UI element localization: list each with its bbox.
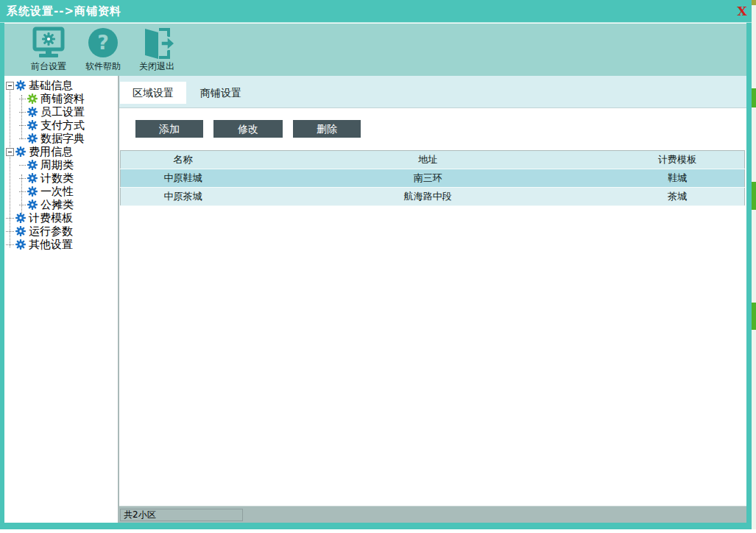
status-bar: 共2小区 bbox=[119, 506, 746, 523]
column-header-template[interactable]: 计费模板 bbox=[610, 151, 744, 169]
sidebar-item-run-parameters[interactable]: 运行参数 bbox=[4, 225, 118, 238]
cell-address: 航海路中段 bbox=[245, 188, 610, 206]
gear-icon-selected bbox=[27, 93, 38, 104]
close-button[interactable]: X bbox=[734, 3, 750, 19]
gear-icon bbox=[15, 80, 26, 91]
modify-button[interactable]: 修改 bbox=[213, 120, 283, 138]
sidebar-item-fee-info[interactable]: 费用信息 bbox=[4, 145, 118, 158]
exit-door-icon bbox=[140, 27, 174, 60]
cell-name: 中原茶城 bbox=[121, 188, 246, 206]
table-row-selected[interactable]: 中原鞋城 南三环 鞋城 bbox=[121, 169, 745, 188]
region-table: 名称 地址 计费模板 中原鞋城 南三环 鞋城 中原茶城 航海路中段 茶城 bbox=[120, 150, 745, 206]
monitor-gear-icon bbox=[32, 27, 66, 60]
software-help-button[interactable]: ? 软件帮助 bbox=[78, 27, 128, 74]
edge-fragment bbox=[752, 0, 756, 5]
toolbar-button-label: 关闭退出 bbox=[132, 60, 182, 73]
gear-icon bbox=[27, 160, 38, 170]
delete-button[interactable]: 删除 bbox=[293, 120, 361, 138]
sidebar-item-other-settings[interactable]: 其他设置 bbox=[4, 238, 118, 251]
svg-text:?: ? bbox=[97, 31, 109, 54]
sidebar-item-label: 其他设置 bbox=[29, 238, 73, 252]
gear-icon bbox=[15, 147, 26, 157]
sidebar-item-period-type[interactable]: 周期类 bbox=[4, 158, 118, 172]
sidebar-item-shop-info[interactable]: 商铺资料 bbox=[4, 92, 118, 105]
window-border-bottom bbox=[0, 523, 752, 529]
sidebar-item-one-time[interactable]: 一次性 bbox=[4, 185, 118, 198]
frontdesk-settings-button[interactable]: 前台设置 bbox=[24, 27, 74, 74]
tree-connector bbox=[19, 178, 26, 179]
collapse-toggle-icon[interactable] bbox=[6, 148, 14, 156]
sidebar-item-label: 支付方式 bbox=[40, 119, 85, 133]
gear-icon bbox=[27, 120, 38, 130]
table-row[interactable]: 中原茶城 航海路中段 茶城 bbox=[121, 188, 745, 206]
sidebar-item-label: 周期类 bbox=[40, 158, 74, 172]
cell-template: 茶城 bbox=[610, 188, 744, 206]
main-content: 区域设置 商铺设置 添加 修改 删除 名称 地址 计费模板 中原鞋城 南三环 鞋… bbox=[119, 76, 746, 523]
column-header-address[interactable]: 地址 bbox=[245, 151, 610, 169]
window-title: 系统设置-->商铺资料 bbox=[7, 0, 121, 22]
sidebar-item-count-type[interactable]: 计数类 bbox=[4, 172, 118, 185]
title-bar: 系统设置-->商铺资料 bbox=[0, 0, 752, 23]
gear-icon bbox=[27, 200, 38, 210]
tree-connector bbox=[19, 112, 26, 113]
gear-icon bbox=[15, 239, 26, 250]
toolbar-button-label: 前台设置 bbox=[24, 60, 74, 73]
gear-icon bbox=[27, 186, 38, 197]
sidebar-item-basic-info[interactable]: 基础信息 bbox=[4, 79, 118, 92]
desktop-edge-strip bbox=[752, 0, 756, 529]
tree-connector bbox=[19, 125, 26, 126]
window-border-right bbox=[746, 23, 752, 529]
sidebar-item-label: 数据字典 bbox=[40, 132, 85, 146]
sidebar-item-label: 员工设置 bbox=[40, 105, 85, 119]
sidebar-item-data-dictionary[interactable]: 数据字典 bbox=[4, 132, 118, 145]
sidebar-tree: 基础信息 商铺资料 员工设置 支付方式 数据字典 费用信息 bbox=[4, 76, 118, 523]
status-count: 共2小区 bbox=[120, 509, 243, 521]
edge-fragment bbox=[752, 88, 756, 107]
gear-icon bbox=[15, 226, 26, 236]
cell-address: 南三环 bbox=[245, 169, 610, 188]
sidebar-item-employee-settings[interactable]: 员工设置 bbox=[4, 105, 118, 119]
sidebar-item-label: 运行参数 bbox=[29, 225, 73, 239]
sidebar-item-label: 计费模板 bbox=[29, 211, 73, 225]
tree-connector bbox=[6, 231, 14, 232]
sidebar-item-label: 计数类 bbox=[40, 172, 74, 186]
table-header-row: 名称 地址 计费模板 bbox=[121, 151, 745, 169]
tree-connector bbox=[19, 205, 26, 205]
gear-icon bbox=[27, 107, 38, 117]
tree-connector bbox=[19, 165, 26, 166]
sidebar-item-shared-type[interactable]: 公摊类 bbox=[4, 198, 118, 211]
help-icon: ? bbox=[86, 27, 120, 60]
sidebar-item-label: 费用信息 bbox=[29, 145, 73, 159]
cell-template: 鞋城 bbox=[610, 169, 744, 188]
gear-icon bbox=[27, 173, 38, 183]
tree-connector bbox=[6, 244, 14, 245]
cell-name: 中原鞋城 bbox=[121, 169, 246, 188]
column-header-name[interactable]: 名称 bbox=[121, 151, 246, 169]
tree-connector bbox=[19, 191, 26, 192]
gear-icon bbox=[15, 213, 26, 223]
toolbar: 前台设置 ? 软件帮助 关闭退出 bbox=[4, 24, 746, 76]
app-window: 系统设置-->商铺资料 X 前台设置 ? 软件帮助 bbox=[0, 0, 756, 533]
tree-connector bbox=[6, 218, 14, 219]
tab-region-settings[interactable]: 区域设置 bbox=[120, 82, 186, 104]
sidebar-item-label: 公摊类 bbox=[40, 198, 74, 212]
add-button[interactable]: 添加 bbox=[135, 120, 203, 138]
toolbar-button-label: 软件帮助 bbox=[78, 60, 128, 73]
tree-connector bbox=[19, 138, 26, 139]
sidebar-item-label: 一次性 bbox=[40, 185, 74, 199]
tab-strip: 区域设置 商铺设置 bbox=[119, 76, 746, 108]
gear-icon bbox=[27, 133, 38, 144]
edge-fragment bbox=[752, 303, 756, 330]
sidebar-item-label: 基础信息 bbox=[29, 79, 73, 93]
sidebar-item-payment-methods[interactable]: 支付方式 bbox=[4, 119, 118, 132]
collapse-toggle-icon[interactable] bbox=[6, 82, 14, 90]
close-exit-button[interactable]: 关闭退出 bbox=[132, 27, 182, 74]
sidebar-item-label: 商铺资料 bbox=[40, 92, 85, 106]
tree-connector bbox=[19, 99, 26, 99]
tab-shop-settings[interactable]: 商铺设置 bbox=[187, 82, 255, 104]
edge-fragment bbox=[752, 182, 756, 210]
sidebar-item-billing-template[interactable]: 计费模板 bbox=[4, 211, 118, 225]
